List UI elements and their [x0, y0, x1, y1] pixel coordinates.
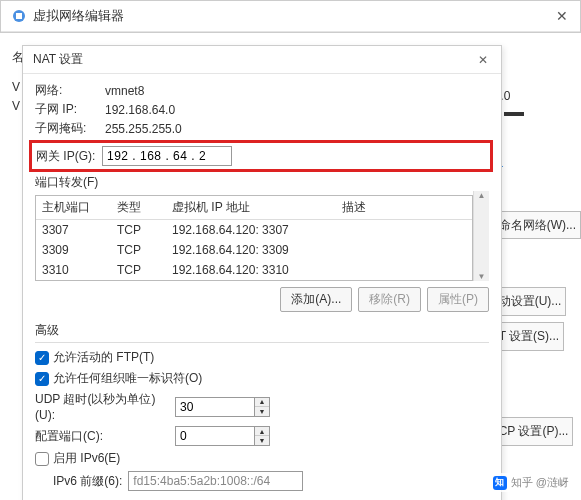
cell-desc: [336, 260, 472, 280]
gateway-label: 网关 IP(G):: [36, 148, 102, 165]
udp-spin-down-icon[interactable]: ▼: [255, 407, 269, 416]
udp-spin-up-icon[interactable]: ▲: [255, 398, 269, 407]
subnet-mask-label: 子网掩码:: [35, 120, 105, 137]
udp-timeout-input[interactable]: [175, 397, 255, 417]
dialog-title: NAT 设置: [33, 51, 475, 68]
ip-fragment: 7.0: [494, 85, 581, 108]
subnet-ip-value: 192.168.64.0: [105, 103, 175, 117]
cell-type: TCP: [111, 260, 166, 280]
ipv6-prefix-input[interactable]: [128, 471, 303, 491]
table-row[interactable]: 3310TCP192.168.64.120: 3310: [36, 260, 472, 280]
zhihu-logo-icon: 知: [493, 476, 507, 490]
cell-vm-ip: 192.168.64.120: 3307: [166, 220, 336, 240]
col-desc[interactable]: 描述: [336, 196, 472, 219]
gateway-highlight: 网关 IP(G):: [29, 140, 493, 172]
app-icon: [11, 8, 27, 24]
table-scrollbar[interactable]: ▲▼: [473, 191, 489, 281]
watermark-text: 知乎 @涟岈: [511, 475, 569, 490]
cell-type: TCP: [111, 240, 166, 260]
col-type[interactable]: 类型: [111, 196, 166, 219]
watermark: 知 知乎 @涟岈: [489, 473, 573, 492]
cell-host-port: 3310: [36, 260, 111, 280]
outer-window: 虚拟网络编辑器 ✕: [0, 0, 581, 33]
network-label: 网络:: [35, 82, 105, 99]
svg-rect-1: [16, 13, 22, 19]
subnet-ip-label: 子网 IP:: [35, 101, 105, 118]
gateway-ip-input[interactable]: [102, 146, 232, 166]
allow-oui-label: 允许任何组织唯一标识符(O): [53, 370, 202, 387]
advanced-title: 高级: [35, 322, 489, 339]
outer-title: 虚拟网络编辑器: [33, 7, 554, 25]
network-value: vmnet8: [105, 84, 144, 98]
nat-settings-button[interactable]: T 设置(S)...: [494, 322, 564, 351]
outer-close-icon[interactable]: ✕: [554, 8, 570, 24]
allow-oui-checkbox[interactable]: ✓: [35, 372, 49, 386]
dhcp-settings-button[interactable]: CP 设置(P)...: [494, 417, 574, 446]
enable-ipv6-checkbox[interactable]: [35, 452, 49, 466]
table-row[interactable]: 3307TCP192.168.64.120: 3307: [36, 220, 472, 240]
cell-host-port: 3309: [36, 240, 111, 260]
subnet-mask-value: 255.255.255.0: [105, 122, 182, 136]
col-host-port[interactable]: 主机端口: [36, 196, 111, 219]
config-port-label: 配置端口(C):: [35, 428, 175, 445]
port-spin-down-icon[interactable]: ▼: [255, 436, 269, 445]
port-forward-table: 主机端口 类型 虚拟机 IP 地址 描述 3307TCP192.168.64.1…: [35, 195, 473, 281]
udp-timeout-label: UDP 超时(以秒为单位)(U):: [35, 391, 175, 422]
rename-network-button[interactable]: 命名网络(W)...: [494, 211, 581, 240]
col-vm-ip[interactable]: 虚拟机 IP 地址: [166, 196, 336, 219]
dialog-titlebar: NAT 设置 ✕: [23, 46, 501, 74]
ipv6-prefix-label: IPv6 前缀(6):: [53, 473, 122, 490]
allow-ftp-label: 允许活动的 FTP(T): [53, 349, 154, 366]
nat-settings-dialog: NAT 设置 ✕ 网络: vmnet8 子网 IP: 192.168.64.0 …: [22, 45, 502, 500]
port-spin-up-icon[interactable]: ▲: [255, 427, 269, 436]
cell-vm-ip: 192.168.64.120: 3309: [166, 240, 336, 260]
table-row[interactable]: 3309TCP192.168.64.120: 3309: [36, 240, 472, 260]
cell-desc: [336, 220, 472, 240]
cell-type: TCP: [111, 220, 166, 240]
cell-vm-ip: 192.168.64.120: 3310: [166, 260, 336, 280]
allow-ftp-checkbox[interactable]: ✓: [35, 351, 49, 365]
dialog-close-icon[interactable]: ✕: [475, 52, 491, 68]
add-button[interactable]: 添加(A)...: [280, 287, 352, 312]
background-right-fragments: 7.0 la 命名网络(W)... 动设置(U)... T 设置(S)... C…: [494, 60, 581, 446]
properties-button[interactable]: 属性(P): [427, 287, 489, 312]
port-forward-label: 端口转发(F): [35, 174, 489, 191]
enable-ipv6-label: 启用 IPv6(E): [53, 450, 120, 467]
cell-host-port: 3307: [36, 220, 111, 240]
cell-desc: [336, 240, 472, 260]
outer-titlebar: 虚拟网络编辑器 ✕: [1, 1, 580, 32]
fragment-la: la: [494, 152, 581, 175]
remove-button[interactable]: 移除(R): [358, 287, 421, 312]
config-port-input[interactable]: [175, 426, 255, 446]
fragment-bar: [504, 112, 524, 116]
background-fragment: V V: [12, 78, 20, 116]
auto-settings-button[interactable]: 动设置(U)...: [494, 287, 567, 316]
